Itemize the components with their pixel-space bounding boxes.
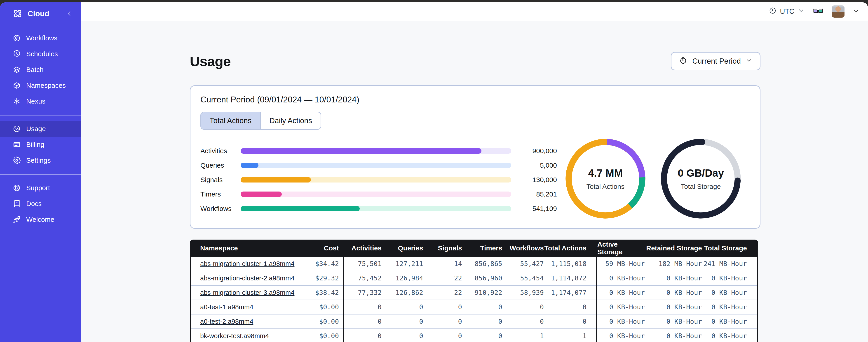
sidebar-collapse-button[interactable]: [66, 10, 73, 17]
bar-value: 541,109: [521, 205, 557, 212]
column-separator: [757, 300, 758, 314]
cell-total-actions: 0: [544, 314, 596, 329]
usage-card-title: Current Period (09/01/2024 — 10/01/2024): [200, 95, 750, 104]
bar-row-activities: Activities900,000: [200, 144, 557, 158]
schedules-icon: [13, 50, 21, 58]
column-header-total-actions: Total Actions: [544, 240, 596, 257]
donut-center: 0 GB/Day Total Storage: [657, 135, 745, 223]
column-separator: [757, 271, 758, 285]
namespace-link[interactable]: abs-migration-cluster-1.a98mm4: [200, 260, 294, 268]
cell-workflows: 0: [502, 314, 544, 329]
cell-queries: 0: [381, 329, 423, 342]
cell-signals: 0: [423, 329, 462, 342]
sidebar-item-support[interactable]: Support: [0, 180, 81, 196]
bar-value: 130,000: [521, 176, 557, 184]
account-menu-chevron-down-icon[interactable]: [853, 8, 860, 15]
cell-activities: 75,452: [344, 271, 381, 285]
namespace-link[interactable]: a0-test-2.a98mm4: [200, 318, 253, 325]
temporal-logo-icon: [13, 8, 23, 19]
cell-total-storage: 0 KB-Hour: [703, 285, 757, 300]
sidebar-section-platform: WorkflowsSchedulesBatchNamespacesNexus: [0, 25, 81, 115]
cell-cost: $38.42: [303, 285, 343, 300]
donut-label: Total Actions: [587, 183, 624, 191]
cell-active-storage: 59 MB-Hour: [597, 257, 646, 271]
table-row: abs-migration-cluster-3.a98mm4$38.4277,3…: [190, 285, 758, 300]
support-icon: [13, 184, 21, 192]
sidebar-item-label: Billing: [26, 141, 44, 148]
cell-total-storage: 0 KB-Hour: [703, 314, 757, 329]
cell-signals: 14: [423, 257, 462, 271]
tab-daily-actions[interactable]: Daily Actions: [260, 112, 320, 129]
donut-chart-total-storage: 0 GB/Day Total Storage: [657, 135, 745, 223]
cell-active-storage: 0 KB-Hour: [597, 314, 646, 329]
sidebar-item-label: Schedules: [26, 50, 58, 58]
column-header-queries: Queries: [381, 240, 423, 257]
namespaces-icon: [13, 81, 21, 90]
sidebar-item-label: Support: [26, 184, 50, 192]
sidebar-section-help: SupportDocsWelcome: [0, 175, 81, 233]
table-row: bk-worker-test.a98mm4$0.000000110 KB-Hou…: [190, 329, 758, 342]
sidebar-item-schedules[interactable]: Schedules: [0, 46, 81, 62]
sidebar-item-settings[interactable]: Settings: [0, 152, 81, 168]
cell-signals: 0: [423, 300, 462, 314]
cell-signals: 22: [423, 271, 462, 285]
sidebar-item-docs[interactable]: Docs: [0, 196, 81, 212]
topbar: UTC: [81, 2, 868, 21]
cell-timers: 0: [462, 300, 502, 314]
cell-queries: 0: [381, 314, 423, 329]
cell-workflows: 0: [502, 300, 544, 314]
column-header-workflows: Workflows: [502, 240, 544, 257]
page-header: Usage Current Period: [190, 52, 761, 70]
cell-active-storage: 0 KB-Hour: [597, 329, 646, 342]
sidebar-item-namespaces[interactable]: Namespaces: [0, 78, 81, 93]
cell-timers: 0: [462, 329, 502, 342]
bar-track: [241, 163, 511, 168]
sidebar-item-batch[interactable]: Batch: [0, 62, 81, 78]
namespace-link[interactable]: abs-migration-cluster-2.a98mm4: [200, 275, 294, 282]
tab-total-actions[interactable]: Total Actions: [201, 112, 260, 129]
namespace-link[interactable]: bk-worker-test.a98mm4: [200, 332, 269, 340]
sidebar-item-billing[interactable]: Billing: [0, 137, 81, 152]
welcome-icon: [13, 215, 21, 224]
cell-retained-storage: 0 KB-Hour: [646, 329, 703, 342]
labs-glasses-icon[interactable]: [813, 7, 823, 15]
sidebar-item-nexus[interactable]: Nexus: [0, 93, 81, 109]
column-separator: [757, 285, 758, 300]
avatar[interactable]: [832, 5, 844, 18]
namespace-link[interactable]: abs-migration-cluster-3.a98mm4: [200, 289, 294, 297]
period-selector-button[interactable]: Current Period: [671, 52, 761, 70]
bar-row-signals: Signals130,000: [200, 173, 557, 187]
bar-track: [241, 148, 511, 153]
sidebar: Cloud WorkflowsSchedulesBatchNamespacesN…: [0, 2, 81, 342]
cell-workflows: 55,427: [502, 257, 544, 271]
cell-timers: 910,922: [462, 285, 502, 300]
bar-value: 85,201: [521, 191, 557, 198]
namespace-link[interactable]: a0-test-1.a98mm4: [200, 303, 253, 311]
table-header: NamespaceCostActivitiesQueriesSignalsTim…: [190, 240, 758, 257]
table-row: a0-test-1.a98mm4$0.000000000 KB-Hour0 KB…: [190, 300, 758, 314]
page-title: Usage: [190, 53, 231, 69]
bar-row-queries: Queries5,000: [200, 158, 557, 173]
sidebar-item-label: Settings: [26, 157, 51, 164]
bar-value: 900,000: [521, 147, 557, 155]
column-header-signals: Signals: [423, 240, 462, 257]
bar-label: Signals: [200, 176, 241, 184]
cell-retained-storage: 0 KB-Hour: [646, 285, 703, 300]
cell-total-actions: 1,115,018: [544, 257, 596, 271]
actions-bar-chart: Activities900,000Queries5,000Signals130,…: [200, 144, 557, 216]
sidebar-item-workflows[interactable]: Workflows: [0, 30, 81, 46]
workflows-icon: [13, 34, 21, 42]
cell-retained-storage: 0 KB-Hour: [646, 300, 703, 314]
cell-namespace: bk-worker-test.a98mm4: [191, 329, 303, 342]
cell-total-actions: 1: [544, 329, 596, 342]
cell-retained-storage: 182 MB-Hour: [646, 257, 703, 271]
donut-chart-total-actions: 4.7 MM Total Actions: [561, 135, 650, 223]
cell-total-storage: 0 KB-Hour: [703, 329, 757, 342]
cell-activities: 77,332: [344, 285, 381, 300]
timezone-picker[interactable]: UTC: [769, 7, 804, 16]
sidebar-item-welcome[interactable]: Welcome: [0, 212, 81, 228]
cell-retained-storage: 0 KB-Hour: [646, 314, 703, 329]
cell-total-actions: 1,114,872: [544, 271, 596, 285]
cell-queries: 126,862: [381, 285, 423, 300]
sidebar-item-usage[interactable]: Usage: [0, 121, 81, 137]
